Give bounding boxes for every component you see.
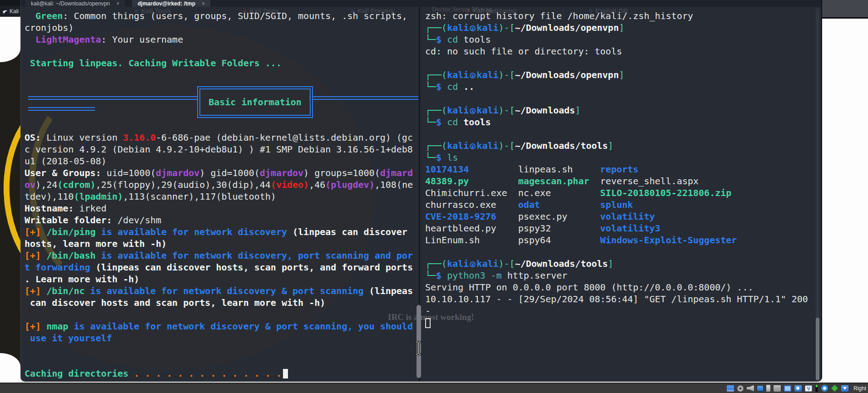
terminal-line: c version 4.9.2 (Debian 4.9.2-10+deb8u1)… [25, 143, 419, 155]
terminal-line: ┌──(kaliKkali)-[~/Downloads/tools] [425, 140, 816, 152]
background-page-left-strip: Kali Linux [0, 0, 20, 383]
banner-title: Basic information [208, 97, 302, 108]
hard-disk-icon[interactable] [727, 385, 734, 392]
terminal-line: └─$ ls [425, 152, 816, 163]
terminal-line [25, 356, 419, 368]
terminal-line: Chimichurri.exe nc.exe SILO-20180105-221… [425, 187, 816, 199]
terminal-line: ┌──(kaliKkali)-[~/Downloads] [425, 104, 816, 116]
terminal-line [425, 246, 816, 258]
tab-label: djmardov@irked: /tmp [138, 0, 195, 7]
linpeas-output-lines: OS: Linux version 3.16.0-6-686-pae (debi… [25, 132, 419, 379]
display-icon[interactable] [784, 385, 791, 392]
terminal-line: ┌──(kaliKkali)-[~/Downloads/tools] [425, 258, 816, 270]
banner-box: Basic information [197, 86, 313, 118]
audio-icon[interactable] [747, 385, 754, 392]
terminal-line: Caching directories . . . . . . . . . . … [25, 368, 419, 379]
terminal-line [25, 344, 419, 356]
kali-dragon-icon [2, 9, 8, 15]
kali-at-icon: K [470, 261, 476, 267]
terminal-line: . Learn more with -h) [25, 273, 419, 285]
terminal-line [425, 317, 816, 329]
tab-djmardov-irked[interactable]: djmardov@irked: /tmp × [132, 0, 210, 7]
drag-drop-icon[interactable] [831, 385, 838, 392]
banner-line-left [28, 96, 197, 100]
shared-folders-icon[interactable] [774, 385, 781, 392]
terminal-line [425, 57, 816, 69]
kali-at-icon: K [470, 143, 476, 149]
terminal-line: use it yourself [25, 332, 419, 344]
usb-icon[interactable] [766, 385, 770, 392]
terminal-line: cd: no such file or directory: tools [425, 45, 816, 57]
optical-disk-icon[interactable] [737, 385, 744, 392]
background-page-white [0, 353, 20, 383]
terminal-line: ov),24(cdrom),25(floppy),29(audio),30(di… [25, 179, 419, 191]
virtualbox-status-bar: Right Ctrl [0, 383, 868, 393]
virtualbox-vm-screen: Kali Linux Kali ToolsKali DocsKali Forum… [0, 0, 868, 393]
banner-line-wrap [28, 107, 95, 111]
tab-kali-openvpn[interactable]: kali@kali: ~/Downloads/openvpn × [25, 0, 125, 7]
background-page-white [0, 17, 20, 62]
background-logo-yellow-arc [0, 91, 20, 293]
linpeas-legend-lines: Green: Common things (users, groups, SUI… [25, 10, 419, 81]
terminal-line [25, 45, 419, 57]
shell-output-lines: zsh: corrupt history file /home/kali/.zs… [425, 10, 816, 329]
terminal-line: LightMagenta: Your username [25, 34, 419, 45]
terminal-line: ┌──(kaliKkali)-[~/Downloads/openvpn] [425, 69, 816, 81]
keyboard-capture-icon[interactable] [841, 385, 848, 392]
terminal-line: ┌──(kaliKkali)-[~/Downloads/openvpn] [425, 22, 816, 34]
kali-at-icon: K [470, 73, 476, 79]
kali-at-icon: K [470, 108, 476, 114]
background-browser-top [0, 0, 20, 6]
terminal-line: CVE-2018-9276 psexec.py volatility [425, 211, 816, 222]
cursor-hollow [425, 318, 431, 328]
linpeas-section-banner: Basic information [25, 81, 419, 132]
network-icon[interactable] [757, 386, 763, 391]
terminal-line: [+] nmap is available for network discov… [25, 320, 419, 332]
terminal-line: Starting linpeas. Caching Writable Folde… [25, 57, 419, 69]
virtualbox-status-icons: Right Ctrl [727, 383, 868, 393]
background-browser-toolbar [822, 0, 868, 19]
host-key-label: Right Ctrl [853, 385, 868, 392]
terminal-line: [+] /bin/nc is available for network dis… [25, 285, 419, 297]
terminal-line [425, 128, 816, 140]
terminal-tab-bar: kali@kali: ~/Downloads/openvpn × djmardo… [21, 0, 821, 7]
terminal-line: Hostname: irked [25, 202, 419, 214]
terminal-line: heartbleed.py pspy32 volatility3 [425, 222, 816, 234]
tab-close-icon[interactable]: × [202, 0, 205, 7]
terminal-pane-right[interactable]: zsh: corrupt history file /home/kali/.zs… [422, 7, 816, 382]
terminal-line [25, 69, 419, 81]
bookmark-label: Kali Linux [10, 8, 20, 15]
terminal-line: └─$ cd tools [425, 116, 816, 128]
bookmark-kali-linux[interactable]: Kali Linux [0, 6, 20, 17]
terminal-line: └─$ cd .. [425, 81, 816, 93]
right-pane-scrollbar-thumb[interactable] [816, 318, 819, 380]
cpu-meter-icon[interactable] [815, 384, 818, 392]
terminal-line: cronjobs) [25, 22, 419, 34]
kali-at-icon: K [470, 25, 476, 31]
terminal-line: Green: Common things (users, groups, SUI… [25, 10, 419, 22]
terminal-line: └─$ cd tools [425, 34, 816, 45]
tab-close-icon[interactable]: × [116, 0, 119, 7]
terminal-line: [+] /bin/bash is available for network d… [25, 250, 419, 261]
banner-line-right [309, 96, 418, 100]
terminal-line: [+] /bin/ping is available for network d… [25, 226, 419, 238]
terminal-line: - [425, 305, 816, 317]
terminal-line: hosts, learn more with -h) [25, 238, 419, 250]
terminal-line: LinEnum.sh pspy64 Windows-Exploit-Sugges… [425, 234, 816, 246]
terminal-line: User & Groups: uid=1000(djmardov) gid=10… [25, 167, 419, 179]
terminal-line: 10.10.10.117 - - [29/Sep/2024 08:56:44] … [425, 293, 816, 305]
terminal-line: Writable folder: /dev/shm [25, 214, 419, 226]
ibeam-cursor [414, 340, 423, 356]
terminal-line: can discover hosts and scan ports, learn… [25, 297, 419, 309]
terminal-line: 48389.py magescan.phar reverse_shell.asp… [425, 175, 816, 187]
terminal-line: tdev),110(lpadmin),113(scanner),117(blue… [25, 191, 419, 202]
mouse-integration-icon[interactable] [821, 385, 828, 392]
recording-icon[interactable] [794, 385, 802, 392]
terminal-line [425, 93, 816, 104]
terminal-window: Kali ToolsKali DocsKali ForumsKali NetHu… [20, 0, 822, 382]
terminal-line: OS: Linux version 3.16.0-6-686-pae (debi… [25, 132, 419, 143]
terminal-line: u1 (2018-05-08) [25, 155, 419, 167]
vm-log-icon[interactable] [805, 385, 812, 392]
terminal-pane-left[interactable]: Green: Common things (users, groups, SUI… [21, 7, 419, 382]
terminal-line: t forwarding (linpeas can discover hosts… [25, 261, 419, 273]
